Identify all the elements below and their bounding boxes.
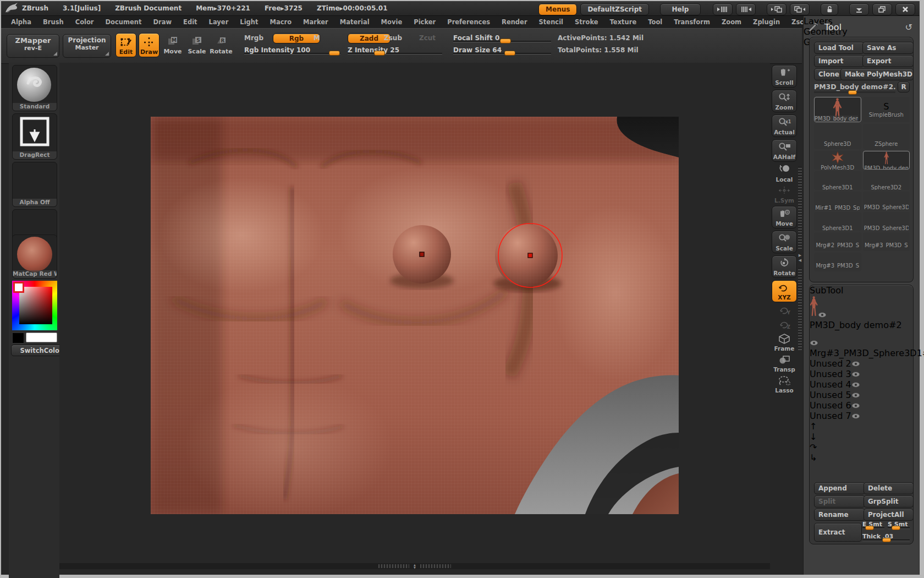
visibility-eye-icon[interactable] <box>851 400 860 411</box>
slider-handle[interactable] <box>329 51 340 56</box>
tool-item-mrg-2-pm3d-s[interactable]: Mrg#2_PM3D_S <box>814 232 861 251</box>
subtool-item-unused-2[interactable]: Unused 2 <box>810 358 913 369</box>
subtool-section-header[interactable]: SubTool <box>810 285 913 296</box>
rotate-button[interactable]: R Rotate <box>211 33 231 56</box>
clone-button[interactable]: Clone <box>814 68 843 80</box>
restore-config-icon[interactable]: ↺ <box>905 22 912 32</box>
menu-item-edit[interactable]: Edit <box>183 18 197 26</box>
tray-collapse-right-button[interactable] <box>736 3 756 15</box>
subtool-item-unused-4[interactable]: Unused 4 <box>810 379 913 390</box>
menu-item-texture[interactable]: Texture <box>610 18 637 26</box>
visibility-eye-icon[interactable] <box>851 379 860 390</box>
current-alpha-thumb[interactable]: Alpha Off <box>12 162 57 207</box>
tool-name-handle[interactable] <box>848 90 857 95</box>
menu-item-document[interactable]: Document <box>106 18 142 26</box>
menu-item-marker[interactable]: Marker <box>303 18 328 26</box>
menu-item-macro[interactable]: Macro <box>270 18 292 26</box>
restore-button[interactable] <box>872 3 892 15</box>
export-button[interactable]: Export <box>862 55 914 67</box>
menu-item-color[interactable]: Color <box>75 18 94 26</box>
tool-item-sphere3d1[interactable]: Sphere3D1 <box>814 212 861 231</box>
mrgb-toggle[interactable]: Mrgb <box>244 34 263 42</box>
rotz-shelf-item[interactable]: Z <box>772 319 796 331</box>
actual-shelf-item[interactable]: x1Actual <box>772 114 797 137</box>
tool-item-mir-1-pm3d-sp[interactable]: Mir#1_PM3D_Sp <box>814 192 861 210</box>
menu-item-stroke[interactable]: Stroke <box>575 18 598 26</box>
slider-handle[interactable] <box>500 39 511 43</box>
canvas-hscrollbar[interactable]: ▲▼ <box>59 563 770 569</box>
rotate-shelf-item[interactable]: Rotate <box>772 255 797 278</box>
zsub-toggle[interactable]: Zsub <box>384 34 402 42</box>
menu-item-movie[interactable]: Movie <box>381 18 403 26</box>
transp-shelf-item[interactable]: Transp <box>772 354 796 373</box>
focal-shift-slider[interactable]: Focal Shift 0 <box>453 34 551 43</box>
subtool-item-mrg-3-pm3d-sphere3d1-2[interactable]: Mrg#3_PM3D_Sphere3D1#2 <box>810 330 913 358</box>
saturation-value-square[interactable] <box>19 287 52 324</box>
visibility-eye-icon[interactable] <box>810 337 818 348</box>
default-zscript-button[interactable]: DefaultZScript <box>580 3 649 15</box>
menu-item-tool[interactable]: Tool <box>648 18 662 26</box>
subtool-item-unused-6[interactable]: Unused 6 <box>810 400 913 411</box>
tool-item-pm3d-body-dem[interactable]: PM3D_body dem <box>814 97 861 122</box>
secondary-color-swatch[interactable] <box>12 332 24 343</box>
move-up-button[interactable]: ↑ <box>810 421 913 432</box>
menu-item-zplugin[interactable]: Zplugin <box>753 18 780 26</box>
extract-button[interactable]: Extract <box>814 523 862 542</box>
tool-item-zsphere[interactable]: ZSphere <box>863 124 910 149</box>
import-button[interactable]: Import <box>814 55 864 67</box>
zcut-toggle[interactable]: Zcut <box>419 34 436 42</box>
zmapper-button[interactable]: ZMapperrev-E <box>7 34 59 58</box>
draw-button[interactable]: Draw <box>139 33 160 57</box>
menu-item-preferences[interactable]: Preferences <box>447 18 490 26</box>
vscroll-arrows[interactable]: ▶◀ <box>799 249 801 268</box>
vscroll-stripes[interactable] <box>798 166 802 249</box>
menu-item-light[interactable]: Light <box>240 18 258 26</box>
e-smt-slider[interactable]: E Smt <box>862 521 884 530</box>
load-tool-button[interactable]: Load Tool <box>814 42 864 54</box>
hscroll-arrows[interactable]: ▲▼ <box>409 563 420 569</box>
lasso-shelf-item[interactable]: Lasso <box>772 375 796 394</box>
visibility-eye-icon[interactable] <box>851 411 860 421</box>
current-brush-thumb[interactable]: Standard <box>12 65 57 111</box>
hscroll-stripes[interactable] <box>378 564 409 568</box>
visibility-eye-icon[interactable] <box>851 358 860 369</box>
slider-handle[interactable] <box>882 538 891 542</box>
vscroll-stripes[interactable] <box>798 268 802 350</box>
roty-shelf-item[interactable]: Y <box>772 304 796 317</box>
subtool-item-unused-3[interactable]: Unused 3 <box>810 369 913 379</box>
tool-item-pm3d-body-dem[interactable]: PM3D_body dem <box>863 151 910 170</box>
make-polymesh3d-button[interactable]: Make PolyMesh3D <box>840 68 914 80</box>
subtool-item-unused-7[interactable]: Unused 7 <box>810 411 913 421</box>
split-button[interactable]: Split <box>814 495 865 508</box>
move-shelf-item[interactable]: Move <box>772 206 797 228</box>
tool-item-sphere3d1[interactable]: Sphere3D1 <box>814 171 861 190</box>
local-shelf-item[interactable]: Local <box>772 164 796 183</box>
tool-item-pm3d-sphere3d[interactable]: PM3D_Sphere3D <box>863 212 910 231</box>
tool-item-sphere3d[interactable]: Sphere3D <box>814 124 861 149</box>
slider-handle[interactable] <box>865 526 874 530</box>
help-button[interactable]: Help <box>660 3 701 15</box>
scroll-shelf-item[interactable]: Scroll <box>772 65 797 88</box>
close-button[interactable] <box>895 3 915 15</box>
tool-item-simplebrush[interactable]: SSimpleBrush <box>863 97 910 122</box>
window-back-button[interactable] <box>767 3 787 15</box>
tool-item-sphere3d2[interactable]: Sphere3D2 <box>863 171 910 190</box>
menu-item-alpha[interactable]: Alpha <box>11 18 31 26</box>
scale-shelf-item[interactable]: Scale <box>772 231 797 253</box>
current-stroke-thumb[interactable]: DragRect <box>12 113 57 160</box>
duplicate-button[interactable]: ↷ <box>810 442 913 452</box>
menu-item-material[interactable]: Material <box>340 18 370 26</box>
slider-handle[interactable] <box>374 51 385 56</box>
save-as-button[interactable]: Save As <box>862 42 914 54</box>
draw-size-slider[interactable]: Draw Size 64 <box>453 46 551 55</box>
subtool-item-unused-5[interactable]: Unused 5 <box>810 390 913 400</box>
visibility-eye-icon[interactable] <box>851 369 860 379</box>
visibility-eye-icon[interactable] <box>851 390 860 400</box>
menu-item-render[interactable]: Render <box>502 18 527 26</box>
menu-item-brush[interactable]: Brush <box>43 18 64 26</box>
tray-collapse-left-button[interactable] <box>713 3 733 15</box>
insert-button[interactable]: ↳ <box>810 452 913 463</box>
edit-button[interactable]: Edit <box>116 33 136 57</box>
slider-handle[interactable] <box>504 51 515 56</box>
l-sym-shelf-item[interactable]: L.Sym <box>772 185 796 204</box>
